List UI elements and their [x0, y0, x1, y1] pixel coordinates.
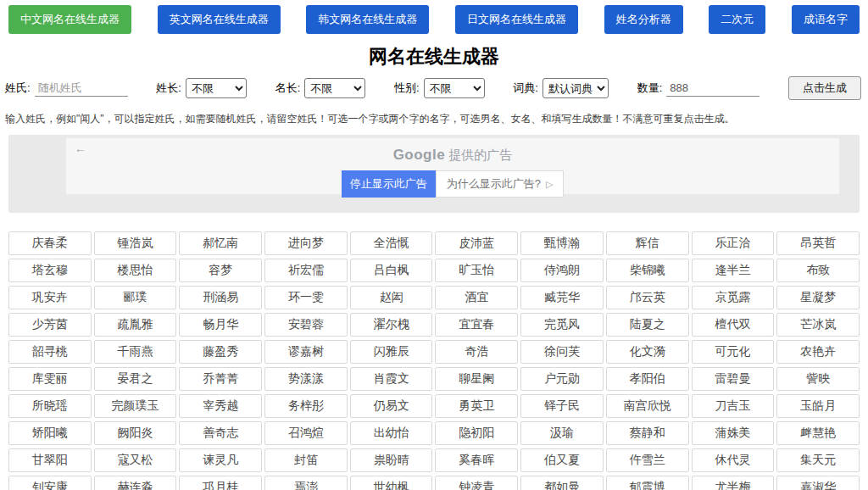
name-cell[interactable]: 务梓彤 — [264, 394, 348, 418]
ad-back-arrow-icon[interactable]: ← — [75, 142, 86, 155]
name-cell[interactable]: 化文漪 — [606, 340, 689, 364]
name-cell[interactable]: 嘉淑华 — [776, 476, 860, 490]
name-cell[interactable]: 刀吉玉 — [692, 394, 775, 418]
nav-tab-5[interactable]: 二次元 — [709, 5, 765, 34]
name-cell[interactable]: 伯又夏 — [520, 448, 604, 472]
gender-select[interactable]: 不限 — [424, 78, 485, 98]
name-cell[interactable]: 可元化 — [692, 340, 775, 364]
name-cell[interactable]: 完颜璞玉 — [94, 394, 177, 418]
name-cell[interactable]: 邛月桂 — [179, 476, 262, 490]
name-cell[interactable]: 容梦 — [179, 259, 262, 282]
name-cell[interactable]: 濯尔槐 — [350, 313, 433, 337]
nav-tab-6[interactable]: 成语名字 — [792, 5, 860, 34]
nav-tab-3[interactable]: 日文网名在线生成器 — [455, 5, 578, 34]
name-cell[interactable]: 邝云英 — [606, 286, 689, 309]
name-cell[interactable]: 汲瑜 — [520, 421, 604, 445]
name-cell[interactable]: 疏胤雅 — [94, 313, 177, 337]
surname-input[interactable] — [35, 80, 128, 97]
name-cell[interactable]: 訾映 — [776, 367, 860, 391]
name-cell[interactable]: 赵闳 — [350, 286, 433, 309]
name-cell[interactable]: 势漾漾 — [264, 367, 348, 391]
name-cell[interactable]: 郁震博 — [606, 476, 689, 490]
name-cell[interactable]: 乐正洽 — [692, 231, 775, 255]
name-cell[interactable]: 仵雪兰 — [606, 448, 689, 472]
name-cell[interactable]: 所晓瑶 — [8, 394, 92, 418]
name-cell[interactable]: 奇浩 — [435, 340, 518, 364]
name-cell[interactable]: 芒冰岚 — [776, 313, 860, 337]
name-cell[interactable]: 徐问芙 — [520, 340, 604, 364]
name-cell[interactable]: 进向梦 — [264, 231, 348, 255]
name-cell[interactable]: 畅月华 — [179, 313, 262, 337]
generate-button[interactable]: 点击生成 — [788, 76, 861, 100]
ad-why-button[interactable]: 为什么显示此广告? ▷ — [436, 170, 565, 198]
name-cell[interactable]: 侍鸿朗 — [520, 259, 604, 282]
name-cell[interactable]: 千雨燕 — [94, 340, 177, 364]
name-cell[interactable]: 赫连淼 — [94, 476, 177, 490]
ad-stop-button[interactable]: 停止显示此广告 — [342, 170, 436, 198]
name-cell[interactable]: 全浩慨 — [350, 231, 433, 255]
name-cell[interactable]: 都如曼 — [520, 476, 604, 490]
name-cell[interactable]: 召鸿煊 — [264, 421, 348, 445]
name-cell[interactable]: 祟盼晴 — [350, 448, 433, 472]
name-cell[interactable]: 宰秀越 — [179, 394, 262, 418]
name-cell[interactable]: 陆夏之 — [606, 313, 689, 337]
name-cell[interactable]: 矫阳曦 — [8, 421, 92, 445]
name-cell[interactable]: 刑涵易 — [179, 286, 262, 309]
name-cell[interactable]: 楼思怡 — [94, 259, 177, 282]
name-cell[interactable]: 柴锦曦 — [606, 259, 689, 282]
name-cell[interactable]: 奚春晖 — [435, 448, 518, 472]
name-cell[interactable]: 锺浩岚 — [94, 231, 177, 255]
name-cell[interactable]: 星凝梦 — [776, 286, 860, 309]
name-cell[interactable]: 乔菁菁 — [179, 367, 262, 391]
name-cell[interactable]: 塔玄穆 — [8, 259, 92, 282]
name-cell[interactable]: 宜宜春 — [435, 313, 518, 337]
name-cell[interactable]: 衅慧艳 — [776, 421, 860, 445]
name-cell[interactable]: 库雯丽 — [8, 367, 92, 391]
quantity-input[interactable] — [666, 80, 760, 97]
name-cell[interactable]: 皮沛蓝 — [435, 231, 518, 255]
name-cell[interactable]: 勇英卫 — [435, 394, 518, 418]
name-cell[interactable]: 聊星阑 — [435, 367, 518, 391]
name-cell[interactable]: 闪雅辰 — [350, 340, 433, 364]
name-cell[interactable]: 臧芫华 — [520, 286, 604, 309]
name-cell[interactable]: 檀代双 — [692, 313, 775, 337]
name-cell[interactable]: 晏君之 — [94, 367, 177, 391]
name-cell[interactable]: 环一雯 — [264, 286, 348, 309]
name-cell[interactable]: 酒宜 — [435, 286, 518, 309]
name-cell[interactable]: 南宫欣悦 — [606, 394, 689, 418]
name-cell[interactable]: 旷玉怡 — [435, 259, 518, 282]
name-cell[interactable]: 甄博瀚 — [520, 231, 604, 255]
name-cell[interactable]: 布致 — [776, 259, 860, 282]
nav-tab-4[interactable]: 姓名分析器 — [604, 5, 683, 34]
name-cell[interactable]: 尤半梅 — [692, 476, 775, 490]
name-cell[interactable]: 世幼枫 — [350, 476, 433, 490]
name-cell[interactable]: 吕白枫 — [350, 259, 433, 282]
name-cell[interactable]: 隐初阳 — [435, 421, 518, 445]
name-cell[interactable]: 寇又松 — [94, 448, 177, 472]
name-cell[interactable]: 阙阳炎 — [94, 421, 177, 445]
name-cell[interactable]: 郝忆南 — [179, 231, 262, 255]
name-cell[interactable]: 庆春柔 — [8, 231, 92, 255]
name-cell[interactable]: 安碧蓉 — [264, 313, 348, 337]
name-cell[interactable]: 祈宏儒 — [264, 259, 348, 282]
name-cell[interactable]: 辉信 — [606, 231, 689, 255]
name-cell[interactable]: 出幼怡 — [350, 421, 433, 445]
name-length-select[interactable]: 不限 — [304, 78, 365, 98]
name-cell[interactable]: 逢半兰 — [692, 259, 775, 282]
name-cell[interactable]: 集天元 — [776, 448, 860, 472]
name-cell[interactable]: 藤盈秀 — [179, 340, 262, 364]
name-cell[interactable]: 农艳卉 — [776, 340, 860, 364]
name-cell[interactable]: 完觅风 — [520, 313, 604, 337]
nav-tab-2[interactable]: 韩文网名在线生成器 — [306, 5, 429, 34]
name-cell[interactable]: 钊安康 — [8, 476, 92, 490]
name-cell[interactable]: 昂英哲 — [776, 231, 860, 255]
name-cell[interactable]: 玉皓月 — [776, 394, 860, 418]
name-cell[interactable]: 封笛 — [264, 448, 348, 472]
name-cell[interactable]: 焉澎 — [264, 476, 348, 490]
name-cell[interactable]: 韶寻桃 — [8, 340, 92, 364]
name-cell[interactable]: 钟凌青 — [435, 476, 518, 490]
name-cell[interactable]: 京觅露 — [692, 286, 775, 309]
name-cell[interactable]: 孝阳伯 — [606, 367, 689, 391]
nav-tab-1[interactable]: 英文网名在线生成器 — [158, 5, 281, 34]
name-cell[interactable]: 蒲姝美 — [692, 421, 775, 445]
